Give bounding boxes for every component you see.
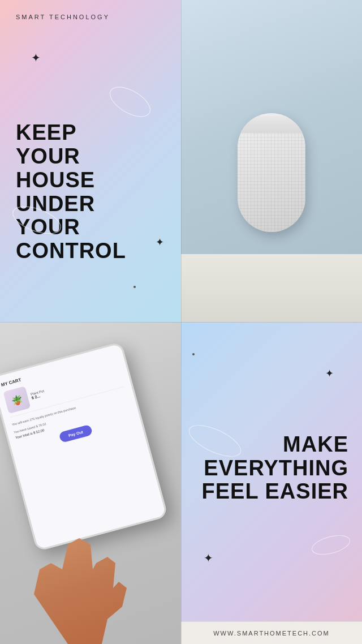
sparkle-icon-br1: ✦ xyxy=(325,367,334,380)
quad-bottom-left: MY CART 🪴 Plant Pot $ 2... You will earn… xyxy=(0,322,181,644)
hand-pointing xyxy=(34,520,147,644)
url-bar: WWW.SMARTHOMETECH.COM xyxy=(181,621,362,644)
sparkle-icon-2: ✦ xyxy=(156,236,164,248)
dot-icon xyxy=(133,286,136,288)
vertical-divider xyxy=(181,0,182,644)
tablet-scene: MY CART 🪴 Plant Pot $ 2... You will earn… xyxy=(0,322,181,644)
main-heading: KEEP YOUR HOUSE UNDER YOUR CONTROL xyxy=(16,121,165,263)
secondary-heading: MAKE EVERYTHING FEEL EASIER xyxy=(195,433,348,504)
decorative-oval-br-2 xyxy=(309,531,352,558)
surface xyxy=(181,254,362,322)
dot-icon-br xyxy=(192,353,195,355)
speaker-mesh xyxy=(238,133,305,232)
pay-button[interactable]: Pay Out xyxy=(58,424,93,443)
speaker-top xyxy=(240,116,303,133)
decorative-oval-1 xyxy=(105,81,155,123)
speaker-photo xyxy=(181,0,362,322)
brand-tagline: SMART TECHNOLOGY xyxy=(16,14,165,20)
cart-item-thumbnail: 🪴 xyxy=(3,386,31,414)
sparkle-icon-1: ✦ xyxy=(31,51,41,65)
quad-bottom-right: MAKE EVERYTHING FEEL EASIER ✦ ✦ WWW.SMAR… xyxy=(181,322,362,644)
website-url: WWW.SMARTHOMETECH.COM xyxy=(213,630,330,637)
sparkle-icon-br3: ✦ xyxy=(204,551,213,565)
tablet-screen: MY CART 🪴 Plant Pot $ 2... You will earn… xyxy=(0,344,166,549)
quad-top-left: SMART TECHNOLOGY KEEP YOUR HOUSE UNDER Y… xyxy=(0,0,181,322)
hand-shape xyxy=(34,520,147,644)
smart-speaker xyxy=(238,113,305,232)
quad-top-right xyxy=(181,0,362,322)
